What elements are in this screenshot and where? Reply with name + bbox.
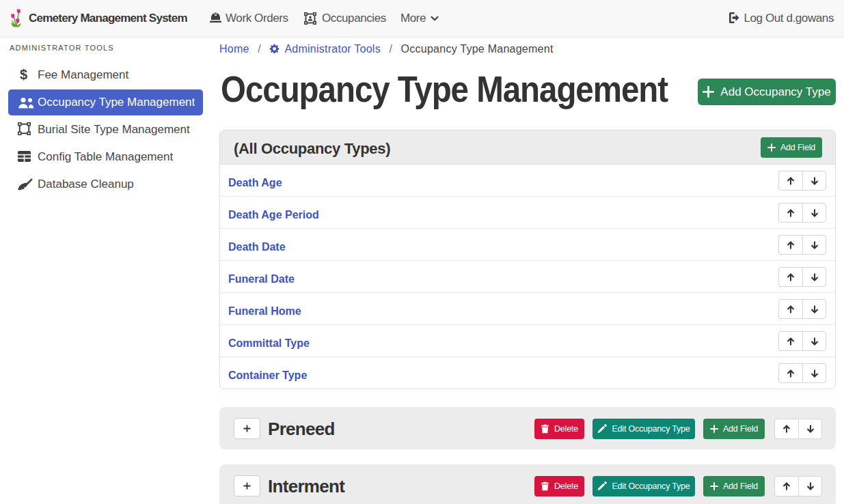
svg-text:$: $ xyxy=(20,68,27,82)
